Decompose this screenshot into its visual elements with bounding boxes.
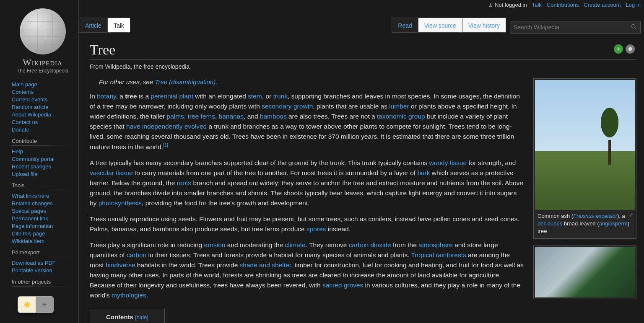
toc-title: Contents [hide] xyxy=(97,313,158,320)
search-icon[interactable] xyxy=(631,23,637,31)
link-lumber[interactable]: lumber xyxy=(389,103,409,110)
sidebar-item-cite-this-page[interactable]: Cite this page xyxy=(12,230,45,237)
link-woody-tissue[interactable]: woody tissue xyxy=(429,159,467,166)
floating-widget[interactable]: ☀️ xyxy=(18,296,54,313)
personal-bar: Not logged in Talk Contributions Create … xyxy=(488,2,641,8)
tab-view-history[interactable]: View history xyxy=(462,18,506,32)
link-climate[interactable]: climate xyxy=(285,241,306,248)
link-roots[interactable]: roots xyxy=(177,179,191,186)
link-deciduous[interactable]: deciduous xyxy=(538,220,562,227)
site-sub: From Wikipedia, the free encyclopedia xyxy=(90,63,636,70)
link-vascular-tissue[interactable]: vascular tissue xyxy=(90,169,133,176)
link-palms[interactable]: palms xyxy=(167,113,184,120)
svg-point-1 xyxy=(632,25,635,28)
sidebar-item-help[interactable]: Help xyxy=(12,148,23,155)
paragraph-4: Trees play a significant role in reducin… xyxy=(90,240,526,300)
not-logged-in: Not logged in xyxy=(488,2,527,8)
personal-contributions[interactable]: Contributions xyxy=(547,2,579,8)
link-trunk[interactable]: trunk xyxy=(273,93,287,100)
sidebar-item-recent-changes[interactable]: Recent changes xyxy=(12,163,51,170)
sidebar-item-what-links-here[interactable]: What links here xyxy=(12,193,49,199)
svg-point-0 xyxy=(490,3,491,5)
tab-talk[interactable]: Talk xyxy=(107,18,130,32)
sidebar-heading-print: Print/export xyxy=(12,249,73,257)
link-mythologies[interactable]: mythologies xyxy=(112,292,146,299)
infobox-image-1: ⤢ Common ash (Fraxinus excelsior), a dec… xyxy=(533,78,636,239)
thumb-caption-1: ⤢ Common ash (Fraxinus excelsior), a dec… xyxy=(535,210,635,237)
sidebar-item-permanent-link[interactable]: Permanent link xyxy=(12,215,48,222)
sidebar-item-main-page[interactable]: Main page xyxy=(12,81,37,88)
svg-line-2 xyxy=(635,28,636,29)
sidebar-item-upload-file[interactable]: Upload file xyxy=(12,171,37,177)
link-erosion[interactable]: erosion xyxy=(204,241,226,248)
link-carbon-dioxide[interactable]: carbon dioxide xyxy=(349,241,391,248)
sidebar: Wikipedia The Free Encyclopedia Main pag… xyxy=(0,0,79,323)
sidebar-heading-tools: Tools xyxy=(12,182,73,190)
link-carbon[interactable]: carbon xyxy=(127,251,146,258)
sidebar-item-wikidata-item[interactable]: Wikidata item xyxy=(12,238,44,244)
toc: Contents [hide] 1Definition 2Overview 3D… xyxy=(90,309,165,323)
link-perennial-plant[interactable]: perennial plant xyxy=(151,93,193,100)
logo[interactable]: Wikipedia The Free Encyclopedia xyxy=(12,8,73,74)
search-box xyxy=(510,21,641,34)
tab-view-source[interactable]: View source xyxy=(418,18,462,32)
paragraph-3: Trees usually reproduce using seeds. Flo… xyxy=(90,214,526,234)
link-bamboos[interactable]: bamboos xyxy=(260,113,287,120)
sidebar-item-donate[interactable]: Donate xyxy=(12,127,29,133)
link-disambiguation[interactable]: Tree (disambiguation) xyxy=(155,78,216,85)
widget-right-icon xyxy=(36,297,53,313)
link-taxonomic-group[interactable]: taxonomic group xyxy=(377,113,425,120)
sidebar-item-random-article[interactable]: Random article xyxy=(12,104,48,110)
paragraph-2: A tree typically has many secondary bran… xyxy=(90,158,526,208)
sidebar-item-download-pdf[interactable]: Download as PDF xyxy=(12,260,56,266)
link-bark[interactable]: bark xyxy=(417,169,430,176)
thumb-image-conifer[interactable] xyxy=(535,247,635,297)
logo-subtitle: The Free Encyclopedia xyxy=(12,68,73,74)
link-biodiverse[interactable]: biodiverse xyxy=(106,261,135,269)
link-secondary-growth[interactable]: secondary growth xyxy=(262,103,313,110)
sidebar-item-contact[interactable]: Contact us xyxy=(12,119,38,125)
sidebar-item-about[interactable]: About Wikipedia xyxy=(12,111,51,118)
tab-read[interactable]: Read xyxy=(392,18,418,32)
sidebar-heading-contribute: Contribute xyxy=(12,138,73,146)
sidebar-item-community-portal[interactable]: Community portal xyxy=(12,156,55,162)
ref-1[interactable]: [1] xyxy=(163,142,168,147)
thumb-image-ash-tree[interactable] xyxy=(535,80,635,210)
link-bananas[interactable]: bananas xyxy=(219,113,244,120)
infobox-image-2 xyxy=(533,245,636,299)
link-stem[interactable]: stem xyxy=(248,93,262,100)
sidebar-main-list: Main page Contents Current events Random… xyxy=(12,81,73,133)
sidebar-item-page-information[interactable]: Page information xyxy=(12,223,53,229)
link-angiosperm[interactable]: angiosperm xyxy=(599,220,628,227)
sidebar-item-related-changes[interactable]: Related changes xyxy=(12,200,53,207)
link-spores[interactable]: spores xyxy=(306,225,326,233)
personal-talk[interactable]: Talk xyxy=(532,2,542,8)
link-independently-evolved[interactable]: have independently evolved xyxy=(126,123,207,130)
search-input[interactable] xyxy=(510,21,641,34)
sidebar-item-contents[interactable]: Contents xyxy=(12,89,34,95)
sidebar-item-current-events[interactable]: Current events xyxy=(12,96,47,103)
link-shade-shelter[interactable]: shade and shelter xyxy=(240,261,291,269)
link-photosynthesis[interactable]: photosynthesis xyxy=(99,199,142,207)
personal-create-account[interactable]: Create account xyxy=(584,2,621,8)
sidebar-item-special-pages[interactable]: Special pages xyxy=(12,208,46,214)
content: Tree From Wikipedia, the free encycloped… xyxy=(90,42,636,323)
wikipedia-globe-icon xyxy=(20,8,66,54)
view-tabs: Read View source View history xyxy=(392,18,506,33)
link-botany[interactable]: botany xyxy=(97,93,116,100)
user-icon xyxy=(488,3,493,8)
sidebar-heading-other-projects: In other projects xyxy=(12,279,73,287)
sidebar-item-printable-version[interactable]: Printable version xyxy=(12,267,52,274)
link-sacred-groves[interactable]: sacred groves xyxy=(322,282,363,289)
namespace-tabs: Article Talk xyxy=(79,18,130,33)
toc-hide-link[interactable]: [hide] xyxy=(135,314,148,320)
link-fraxinus[interactable]: Fraxinus excelsior xyxy=(573,213,617,219)
personal-login[interactable]: Log in xyxy=(626,2,641,8)
page-title: Tree xyxy=(90,42,636,60)
tab-article[interactable]: Article xyxy=(79,18,108,32)
link-tropical-rainforests[interactable]: Tropical rainforests xyxy=(411,251,466,258)
enlarge-icon[interactable]: ⤢ xyxy=(629,212,633,219)
link-tree-ferns[interactable]: tree ferns xyxy=(188,113,215,120)
link-atmosphere[interactable]: atmosphere xyxy=(418,241,453,248)
paragraph-1: In botany, a tree is a perennial plant w… xyxy=(90,91,526,152)
